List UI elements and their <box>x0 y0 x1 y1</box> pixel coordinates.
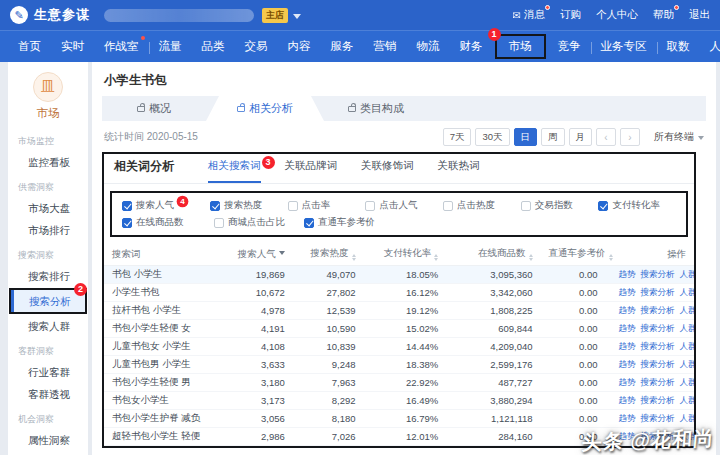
tab-概况[interactable]: 概况 <box>102 96 206 121</box>
nav-item-人群管理[interactable]: 人群管理 <box>700 35 720 58</box>
metric-checkbox-支付转化率[interactable]: 支付转化率 <box>598 199 676 212</box>
topbar-item-label: 订购 <box>560 8 581 22</box>
sidebar-item-搜索人群[interactable]: 搜索人群 <box>8 315 88 337</box>
action-link-趋势[interactable]: 趋势 <box>618 305 635 315</box>
action-link-搜索分析[interactable]: 搜索分析 <box>640 287 674 297</box>
sidebar-item-行业客群[interactable]: 行业客群 <box>8 361 88 383</box>
date-button-日[interactable]: 日 <box>514 128 538 146</box>
sidebar-item-属性洞察[interactable]: 属性洞察 <box>8 429 88 451</box>
date-button-月[interactable]: 月 <box>569 128 593 146</box>
action-link-人群分析[interactable]: 人群分析 <box>679 269 694 279</box>
cell-search-heat: 27,802 <box>293 283 364 301</box>
nav-item-服务[interactable]: 服务 <box>321 35 364 58</box>
nav-item-作战室[interactable]: 作战室 <box>94 35 149 58</box>
nav-item-营销[interactable]: 营销 <box>364 35 407 58</box>
nav-item-实时[interactable]: 实时 <box>51 35 94 58</box>
metric-checkbox-点击人气[interactable]: 点击人气 <box>365 199 443 212</box>
sidebar-item-市场排行[interactable]: 市场排行 <box>8 219 88 241</box>
action-link-搜索分析[interactable]: 搜索分析 <box>640 269 674 279</box>
action-link-趋势[interactable]: 趋势 <box>618 287 635 297</box>
action-link-搜索分析[interactable]: 搜索分析 <box>640 395 674 405</box>
topbar-item-消息[interactable]: ✉消息 <box>513 8 545 22</box>
action-link-搜索分析[interactable]: 搜索分析 <box>640 341 674 351</box>
action-link-趋势[interactable]: 趋势 <box>618 359 635 369</box>
nav-item-市场[interactable]: 市场1 <box>495 34 546 59</box>
metric-checkbox-直通车参考价[interactable]: 直通车参考价 <box>304 216 385 229</box>
market-module-icon: 皿 <box>33 72 63 102</box>
sidebar-item-搜索分析[interactable]: 搜索分析2 <box>9 288 87 314</box>
next-page-button[interactable]: › <box>620 128 640 146</box>
column-header-搜索人气[interactable]: 搜索人气 <box>228 244 293 265</box>
action-link-趋势[interactable]: 趋势 <box>618 323 635 333</box>
metric-checkbox-在线商品数[interactable]: 在线商品数 <box>122 216 214 229</box>
topbar-item-帮助[interactable]: 帮助 <box>653 8 674 22</box>
sidebar-item-产品洞察[interactable]: 产品洞察 <box>8 451 88 455</box>
sidebar-item-市场大盘[interactable]: 市场大盘 <box>8 197 88 219</box>
action-link-搜索分析[interactable]: 搜索分析 <box>640 377 674 387</box>
analysis-tab-关联修饰词[interactable]: 关联修饰词 <box>361 159 414 183</box>
action-link-趋势[interactable]: 趋势 <box>618 395 635 405</box>
lock-icon <box>237 106 245 112</box>
nav-item-业务专区[interactable]: 业务专区 <box>591 35 657 58</box>
date-button-7天[interactable]: 7天 <box>443 128 472 146</box>
action-link-人群分析[interactable]: 人群分析 <box>679 287 694 297</box>
column-header-直通车参考价[interactable]: 直通车参考价 <box>541 244 606 265</box>
cell-search-heat: 10,839 <box>293 337 364 355</box>
action-link-人群分析[interactable]: 人群分析 <box>679 323 694 333</box>
topbar-item-label: 消息 <box>524 8 545 22</box>
date-button-周[interactable]: 周 <box>541 128 565 146</box>
nav-item-品类[interactable]: 品类 <box>192 35 235 58</box>
nav-item-内容[interactable]: 内容 <box>278 35 321 58</box>
nav-item-财务[interactable]: 财务 <box>450 35 493 58</box>
action-link-人群分析[interactable]: 人群分析 <box>679 359 694 369</box>
tab-相关分析[interactable]: 相关分析 <box>206 96 324 121</box>
action-link-趋势[interactable]: 趋势 <box>618 413 635 423</box>
nav-item-流量[interactable]: 流量 <box>149 35 192 58</box>
metric-checkbox-点击热度[interactable]: 点击热度 <box>443 199 521 212</box>
analysis-tab-相关搜索词[interactable]: 相关搜索词3 <box>208 159 261 183</box>
action-link-人群分析[interactable]: 人群分析 <box>679 413 694 423</box>
metric-checkbox-商城点击占比[interactable]: 商城点击占比 <box>214 216 304 229</box>
app-logo[interactable]: ✎ 生意参谋 <box>10 6 90 24</box>
cell-ztc-price: 0.00 <box>541 283 606 301</box>
action-link-趋势[interactable]: 趋势 <box>618 341 635 351</box>
nav-item-竞争[interactable]: 竞争 <box>548 35 591 58</box>
analysis-tab-关联品牌词[interactable]: 关联品牌词 <box>285 159 338 183</box>
nav-item-取数[interactable]: 取数 <box>657 35 700 58</box>
action-link-趋势[interactable]: 趋势 <box>618 377 635 387</box>
tab-类目构成[interactable]: 类目构成 <box>324 96 428 121</box>
column-header-支付转化率[interactable]: 支付转化率 <box>364 244 447 265</box>
metrics-annotation-box: 搜索人气4搜索热度点击率点击人气点击热度交易指数支付转化率 在线商品数商城点击占… <box>110 191 688 237</box>
nav-item-交易[interactable]: 交易 <box>235 35 278 58</box>
action-link-人群分析[interactable]: 人群分析 <box>679 377 694 387</box>
metric-checkbox-搜索热度[interactable]: 搜索热度 <box>210 199 288 212</box>
column-header-在线商品数[interactable]: 在线商品数 <box>446 244 540 265</box>
topbar-item-退出[interactable]: 退出 <box>689 8 710 22</box>
action-link-搜索分析[interactable]: 搜索分析 <box>640 305 674 315</box>
topbar-item-个人中心[interactable]: 个人中心 <box>596 8 638 22</box>
action-link-人群分析[interactable]: 人群分析 <box>679 395 694 405</box>
metric-checkbox-交易指数[interactable]: 交易指数 <box>521 199 599 212</box>
date-button-30天[interactable]: 30天 <box>475 128 509 146</box>
table-row: 书包小学生轻便 男3,1807,96322.92%487,7270.00趋势搜索… <box>104 373 694 391</box>
prev-page-button[interactable]: ‹ <box>596 128 616 146</box>
action-link-搜索分析[interactable]: 搜索分析 <box>640 359 674 369</box>
sidebar-item-客群透视[interactable]: 客群透视 <box>8 383 88 405</box>
metric-checkbox-点击率[interactable]: 点击率 <box>288 199 366 212</box>
terminal-select[interactable]: 所有终端 <box>654 130 704 144</box>
sidebar-item-监控看板[interactable]: 监控看板 <box>8 151 88 173</box>
action-link-搜索分析[interactable]: 搜索分析 <box>640 323 674 333</box>
action-link-搜索分析[interactable]: 搜索分析 <box>640 413 674 423</box>
chevron-down-icon[interactable] <box>293 14 301 23</box>
metric-checkbox-搜索人气[interactable]: 搜索人气4 <box>122 199 210 212</box>
column-header-搜索热度[interactable]: 搜索热度 <box>293 244 364 265</box>
sidebar-section: 搜索洞察搜索排行搜索分析2搜索人群 <box>8 244 88 337</box>
analysis-tab-关联热词[interactable]: 关联热词 <box>438 159 480 183</box>
nav-item-物流[interactable]: 物流 <box>407 35 450 58</box>
topbar-item-订购[interactable]: 订购 <box>560 8 581 22</box>
action-link-趋势[interactable]: 趋势 <box>618 269 635 279</box>
metric-label: 点击率 <box>302 199 331 212</box>
action-link-人群分析[interactable]: 人群分析 <box>679 305 694 315</box>
action-link-人群分析[interactable]: 人群分析 <box>679 341 694 351</box>
nav-item-首页[interactable]: 首页 <box>8 35 51 58</box>
